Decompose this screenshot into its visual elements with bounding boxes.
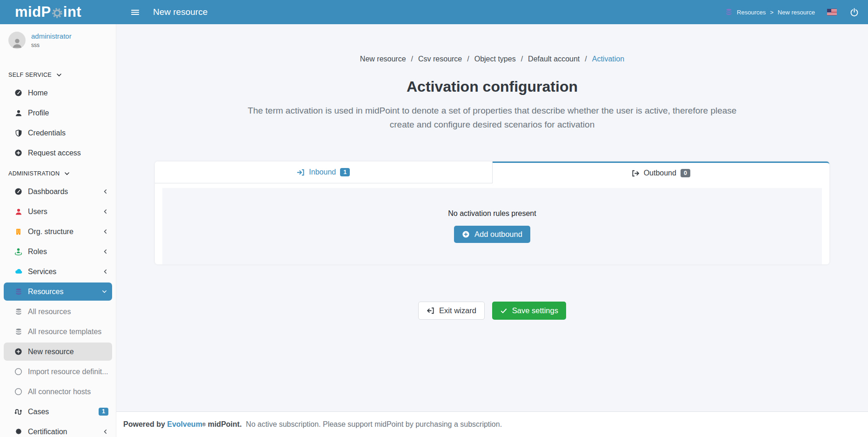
chevron-left-icon [102,249,108,255]
page-title: Activation configuration [116,78,868,95]
sidebar-subitem-all-resources[interactable]: All resources [0,302,116,322]
plus-circle-icon [14,149,23,157]
footer: Powered by Evolveum® midPoint. No active… [116,411,868,437]
empty-state-message: No activation rules present [448,209,536,218]
tab-count-badge: 1 [340,168,350,176]
database-icon [14,308,23,316]
breadcrumb-separator: / [521,55,523,63]
circle-outline-icon [14,388,23,396]
breadcrumb-separator: / [467,55,469,63]
us-flag-icon[interactable] [827,9,837,15]
sidebar-subitem-import-resource-definition[interactable]: Import resource definit... [0,362,116,382]
logo-text-post: int [63,4,81,20]
exit-wizard-button[interactable]: Exit wizard [418,302,485,320]
sidebar-item-resources[interactable]: Resources [4,282,112,301]
building-icon [14,228,23,235]
sidebar-item-users[interactable]: Users [0,202,116,222]
user-subtitle: sss [31,42,72,48]
sidebar-subitem-new-resource[interactable]: New resource [4,343,112,361]
sidebar-item-services[interactable]: Services [0,262,116,282]
sidebar-item-label: Org. structure [28,228,73,236]
breadcrumb-item-active: Activation [592,55,624,63]
midpoint-logo[interactable]: midP int [0,4,116,20]
sidebar-item-org-structure[interactable]: Org. structure [0,222,116,242]
chevron-left-icon [102,188,108,195]
section-header-administration[interactable]: ADMINISTRATION [0,166,116,182]
sidebar-item-label: Home [28,89,48,97]
exit-wizard-label: Exit wizard [439,306,476,315]
logo-text-pre: midP [15,4,51,20]
section-header-self-service[interactable]: SELF SERVICE [0,67,116,83]
power-icon[interactable] [850,8,859,17]
plus-circle-icon [14,348,23,356]
sidebar-item-label: Import resource definit... [28,368,108,376]
page-subtitle-line1: The term activation is used in midPoint … [248,106,737,115]
sidebar-item-dashboards[interactable]: Dashboards [0,182,116,202]
sidebar: administrator sss SELF SERVICE Home Prof… [0,24,116,437]
navbar-breadcrumb-page[interactable]: New resource [778,9,815,16]
footer-product: midPoint. [208,420,242,429]
section-label: ADMINISTRATION [8,170,60,177]
hamburger-icon[interactable] [130,7,140,17]
check-icon [500,307,507,315]
sidebar-item-request-access[interactable]: Request access [0,143,116,163]
user-name-link[interactable]: administrator [31,32,72,40]
chevron-left-icon [102,429,108,435]
sidebar-item-profile[interactable]: Profile [0,103,116,123]
top-navbar: midP int New resource Resources > New re… [0,0,868,24]
sidebar-item-label: Cases [28,408,49,416]
navbar-breadcrumb-section[interactable]: Resources [737,9,766,16]
save-settings-label: Save settings [512,306,558,315]
tachometer-icon [14,89,23,97]
sidebar-item-label: Credentials [28,129,66,137]
person-ring-icon [14,248,23,255]
sidebar-item-label: Profile [28,109,49,117]
sidebar-item-label: Request access [28,149,81,157]
breadcrumb-item[interactable]: Csv resource [418,55,462,63]
breadcrumb-item[interactable]: Object types [474,55,516,63]
tab-outbound[interactable]: Outbound 0 [493,161,830,183]
breadcrumb-item[interactable]: Default account [528,55,580,63]
user-icon [14,109,23,117]
chevron-down-icon [64,170,70,177]
activation-card: Inbound 1 Outbound 0 No activation rules… [155,161,829,264]
sidebar-item-home[interactable]: Home [0,83,116,103]
tab-count-badge: 0 [681,169,690,177]
sidebar-item-certification[interactable]: Certification [0,422,116,437]
chevron-left-icon [102,229,108,235]
cases-count-badge: 1 [99,408,108,416]
sidebar-item-label: Resources [28,288,63,296]
sidebar-item-label: Services [28,268,56,276]
chevron-down-icon [101,289,107,295]
section-label: SELF SERVICE [8,72,52,78]
page-subtitle: The term activation is used in midPoint … [208,104,776,132]
tab-label: Outbound [644,169,676,177]
navbar-right: Resources > New resource [725,8,868,17]
evolveum-link[interactable]: Evolveum [167,420,202,429]
certificate-icon [14,428,23,436]
sidebar-subitem-all-resource-templates[interactable]: All resource templates [0,322,116,342]
sidebar-item-cases[interactable]: Cases 1 [0,402,116,422]
database-icon [14,328,23,336]
sidebar-item-label: Roles [28,248,47,256]
breadcrumb-item[interactable]: New resource [360,55,406,63]
sidebar-item-roles[interactable]: Roles [0,242,116,262]
subscription-note: No active subscription. Please support m… [246,420,502,429]
add-outbound-button[interactable]: Add outbound [454,226,530,243]
navbar-breadcrumb: Resources > New resource [725,8,815,16]
avatar [8,32,26,49]
save-settings-button[interactable]: Save settings [492,302,566,320]
chevron-left-icon [102,269,108,275]
chevron-down-icon [56,72,62,78]
turn-arrows-icon [14,408,23,416]
user-panel: administrator sss [0,24,116,54]
sidebar-item-credentials[interactable]: Credentials [0,123,116,143]
breadcrumb: New resource / Csv resource / Object typ… [116,55,868,63]
chevron-left-icon [102,208,108,215]
tab-inbound[interactable]: Inbound 1 [155,161,493,183]
navbar-breadcrumb-separator: > [770,9,774,16]
sidebar-item-label: Users [28,208,47,216]
navbar-page-title: New resource [153,7,207,17]
main-content: New resource / Csv resource / Object typ… [116,24,868,437]
sidebar-subitem-all-connector-hosts[interactable]: All connector hosts [0,382,116,402]
